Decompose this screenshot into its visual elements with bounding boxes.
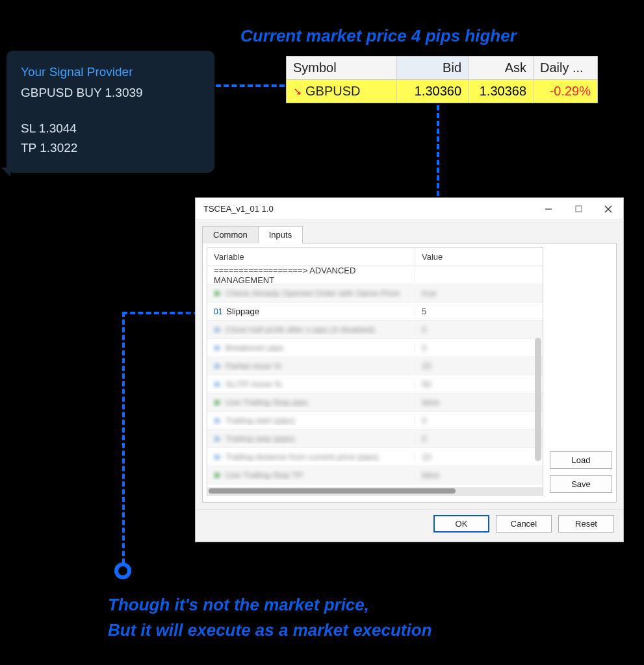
grid-row-blurred[interactable]: Check Already Opened Order with Same Pri…	[207, 284, 543, 303]
grid-header-value: Value	[415, 248, 543, 266]
col-symbol: Symbol	[287, 56, 397, 80]
load-button[interactable]: Load	[550, 451, 612, 469]
svg-marker-6	[215, 345, 221, 351]
close-button[interactable]	[593, 198, 623, 220]
titlebar[interactable]: TSCEA_v1_01 1.0	[196, 198, 623, 220]
svg-marker-8	[215, 381, 221, 388]
row-label: Slippage	[226, 307, 259, 316]
connector-line	[437, 105, 439, 196]
vertical-scrollbar[interactable]	[535, 338, 541, 461]
col-ask: Ask	[469, 56, 534, 80]
market-price-table: Symbol Bid Ask Daily ... ↘GBPUSD 1.30360…	[286, 56, 598, 103]
signal-tp: TP 1.3022	[21, 138, 200, 158]
inputs-grid[interactable]: ==================> ADVANCED MANAGEMENT …	[207, 266, 543, 484]
bid-cell: 1.30360	[397, 80, 469, 103]
grid-row-blurred[interactable]: Partial close %20	[207, 357, 543, 375]
grid-section-header: ==================> ADVANCED MANAGEMENT	[207, 266, 543, 284]
tab-bar: Common Inputs	[196, 220, 623, 243]
grid-row-blurred[interactable]: Breakeven pips0	[207, 339, 543, 357]
ea-settings-dialog: TSCEA_v1_01 1.0 Common Inputs Variable V…	[195, 197, 624, 542]
svg-marker-9	[215, 399, 221, 406]
grid-row-blurred[interactable]: Trailing step (pips)0	[207, 430, 543, 448]
col-daily: Daily ...	[534, 56, 597, 80]
maximize-button[interactable]	[563, 198, 593, 220]
down-arrow-icon: ↘	[293, 85, 302, 97]
ask-cell: 1.30368	[469, 80, 534, 103]
tab-inputs[interactable]: Inputs	[258, 226, 303, 244]
grid-row-blurred[interactable]: SL/TP move %50	[207, 375, 543, 394]
tab-common[interactable]: Common	[202, 226, 259, 244]
daily-cell: -0.29%	[534, 80, 597, 103]
signal-order: GBPUSD BUY 1.3039	[21, 83, 200, 103]
grid-row-blurred[interactable]: Trailing start (pips)0	[207, 412, 543, 430]
signal-provider-box: Your Signal Provider GBPUSD BUY 1.3039 S…	[6, 51, 214, 173]
connector-ring-icon	[114, 562, 131, 579]
ok-button[interactable]: OK	[433, 515, 489, 533]
param-icon	[214, 290, 222, 297]
save-button[interactable]: Save	[550, 475, 612, 493]
annotation-bottom: Though it's not the market price, But it…	[108, 592, 432, 643]
connector-line	[216, 84, 285, 87]
grid-row-blurred[interactable]: Use Trailing Stop TPfalse	[207, 466, 543, 484]
row-value[interactable]: 5	[415, 307, 543, 316]
grid-row-blurred[interactable]: Close half profit after n pips (0 disabl…	[207, 321, 543, 339]
svg-marker-10	[215, 418, 221, 424]
cancel-button[interactable]: Cancel	[496, 515, 552, 533]
row-index: 01	[214, 307, 222, 316]
annotation-top: Current market price 4 pips higher	[240, 26, 517, 46]
connector-line	[122, 312, 199, 314]
svg-rect-1	[576, 206, 582, 212]
svg-marker-4	[215, 290, 221, 297]
svg-marker-13	[215, 472, 221, 479]
grid-row-blurred[interactable]: Trailing distance from current price (pi…	[207, 448, 543, 466]
grid-header-variable: Variable	[207, 248, 415, 266]
signal-title: Your Signal Provider	[21, 62, 200, 82]
svg-marker-7	[215, 363, 221, 370]
price-row-gbpusd[interactable]: ↘GBPUSD 1.30360 1.30368 -0.29%	[287, 80, 597, 103]
window-title: TSCEA_v1_01 1.0	[203, 204, 534, 214]
signal-sl: SL 1.3044	[21, 119, 200, 138]
minimize-button[interactable]	[534, 198, 563, 220]
horizontal-scrollbar[interactable]	[207, 487, 543, 495]
svg-marker-11	[215, 436, 221, 442]
col-bid: Bid	[397, 56, 469, 80]
connector-line	[122, 312, 125, 571]
svg-marker-12	[215, 454, 221, 460]
grid-row-blurred[interactable]: Use Trailing Stop pipsfalse	[207, 394, 543, 412]
svg-marker-5	[215, 327, 221, 333]
symbol-cell: GBPUSD	[305, 84, 360, 99]
reset-button[interactable]: Reset	[558, 515, 614, 533]
grid-row-slippage[interactable]: 01Slippage 5	[207, 303, 543, 321]
